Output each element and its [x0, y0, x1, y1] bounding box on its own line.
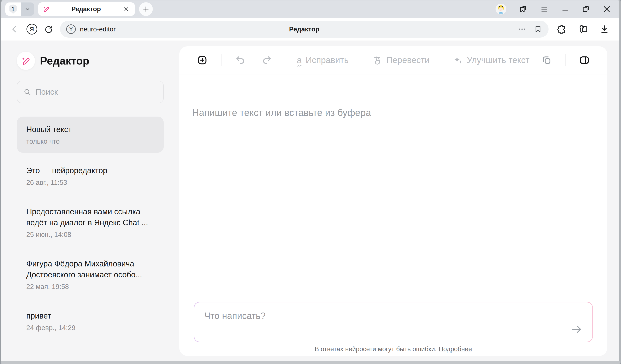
tab-editor[interactable]: Редактор [38, 2, 135, 16]
fix-text-button[interactable]: a Исправить [297, 55, 349, 65]
app-logo [17, 52, 35, 70]
doc-title: привет [26, 310, 154, 321]
tab-count-value: 1 [11, 6, 15, 13]
editor-placeholder: Напишите текст или вставьте из буфера [192, 107, 594, 118]
app-logo-row: Редактор [17, 52, 164, 70]
downloads-icon[interactable] [600, 24, 609, 34]
url-text[interactable]: neuro-editor [80, 25, 116, 33]
browser-action-icons [557, 24, 612, 34]
page-content: Редактор Поиск Новый текст только что Эт… [1, 41, 619, 361]
disclaimer-text: В ответах нейросети могут быть ошибки. [315, 345, 437, 353]
bookmarks-panel-icon[interactable] [519, 5, 527, 14]
translate-icon [372, 55, 382, 65]
list-item[interactable]: Предоставленная вами ссылка ведёт на диа… [17, 199, 164, 246]
site-badge-glyph: Y [69, 26, 73, 32]
translate-button[interactable]: Перевести [372, 55, 430, 65]
doc-title: Это — нейроредактор [26, 165, 154, 176]
toolbar-divider [221, 54, 222, 66]
list-item-new-text[interactable]: Новый текст только что [17, 117, 164, 153]
passwords-key-icon[interactable] [578, 24, 588, 34]
tab-count-shield: 1 [9, 4, 17, 14]
new-document-icon[interactable] [197, 55, 208, 66]
undo-icon[interactable] [235, 55, 246, 65]
menu-icon[interactable] [540, 5, 549, 14]
disclaimer-footer: В ответах нейросети могут быть ошибки. П… [179, 342, 607, 356]
minimize-window-icon[interactable] [561, 5, 569, 13]
bookmark-page-icon[interactable] [534, 25, 542, 33]
prompt-input[interactable] [194, 302, 592, 342]
tab-counter-button[interactable]: 1 [5, 2, 34, 16]
search-placeholder: Поиск [35, 87, 58, 96]
translate-label: Перевести [386, 55, 430, 65]
page-title: Редактор [40, 55, 89, 67]
extensions-puzzle-icon[interactable] [557, 24, 567, 34]
more-options-icon[interactable] [518, 25, 527, 34]
details-link[interactable]: Подробнее [439, 345, 472, 353]
editor-toolbar: a Исправить Перевести У [179, 46, 607, 74]
list-item[interactable]: привет 24 февр., 14:29 [17, 303, 164, 339]
site-badge-icon[interactable]: Y [66, 24, 76, 34]
doc-title: Новый текст [26, 124, 154, 135]
doc-meta: только что [26, 138, 154, 145]
search-icon [23, 88, 31, 96]
prompt-box[interactable] [194, 302, 593, 342]
send-arrow-icon[interactable] [570, 323, 583, 336]
editor-panel: a Исправить Перевести У [179, 46, 607, 356]
copy-icon[interactable] [541, 55, 552, 65]
chevron-down-icon[interactable] [21, 2, 34, 16]
url-bar[interactable]: Y neuro-editor Редактор [60, 21, 549, 38]
improve-label: Улучшить текст [467, 55, 529, 65]
avatar[interactable] [496, 4, 506, 15]
reload-icon[interactable] [43, 23, 54, 35]
tab-title: Редактор [50, 5, 122, 13]
editor-canvas[interactable]: Напишите текст или вставьте из буфера [179, 74, 607, 302]
address-bar-row: Я Y neuro-editor Редактор [1, 18, 619, 41]
close-tab-icon[interactable] [122, 5, 130, 13]
browser-window: 1 Редактор [0, 0, 621, 364]
doc-meta: 25 июн., 14:08 [26, 231, 154, 238]
search-input[interactable]: Поиск [17, 81, 164, 103]
documents-sidebar: Редактор Поиск Новый текст только что Эт… [1, 41, 179, 361]
doc-title: Предоставленная вами ссылка ведёт на диа… [26, 206, 154, 228]
sparkles-icon [453, 55, 463, 65]
yandex-glyph: Я [30, 26, 34, 32]
list-item[interactable]: Фигура Фёдора Михайловича Достоевского з… [17, 251, 164, 298]
tabbar-right-controls [496, 4, 611, 15]
doc-meta: 24 февр., 14:29 [26, 324, 154, 332]
prompt-area [179, 302, 607, 342]
browser-tab-bar: 1 Редактор [1, 0, 619, 18]
close-window-icon[interactable] [602, 5, 611, 14]
toolbar-divider [565, 54, 566, 66]
side-panel-toggle-icon[interactable] [579, 55, 590, 66]
new-tab-button[interactable] [139, 2, 153, 16]
document-list: Новый текст только что Это — нейроредакт… [17, 117, 164, 339]
list-item[interactable]: Это — нейроредактор 26 авг., 11:53 [17, 158, 164, 194]
yandex-button[interactable]: Я [27, 24, 37, 34]
back-icon[interactable] [9, 23, 20, 35]
tab-count-badge[interactable]: 1 [5, 2, 21, 16]
doc-meta: 26 авг., 11:53 [26, 179, 154, 187]
pencil-sparkle-icon [43, 5, 50, 13]
doc-title: Фигура Фёдора Михайловича Достоевского з… [26, 258, 154, 280]
omnibox-page-title: Редактор [289, 25, 320, 33]
spellcheck-icon: a [297, 56, 302, 65]
redo-icon[interactable] [261, 55, 272, 65]
improve-text-button[interactable]: Улучшить текст [453, 55, 529, 65]
restore-window-icon[interactable] [582, 5, 590, 13]
doc-meta: 22 мая, 19:58 [26, 283, 154, 291]
fix-label: Исправить [306, 55, 349, 65]
